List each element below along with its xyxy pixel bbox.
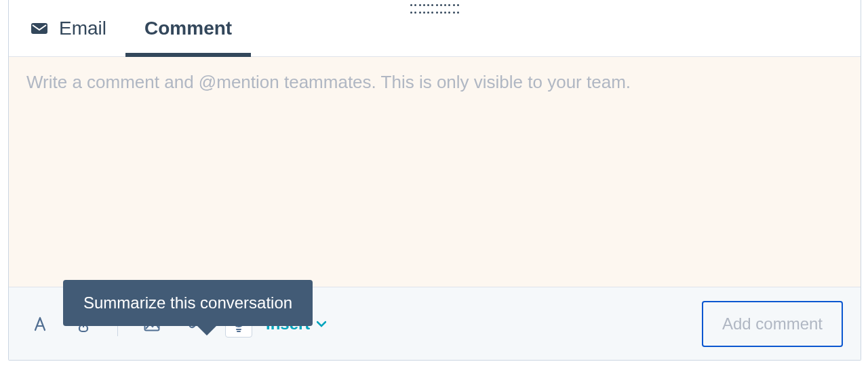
comment-input[interactable]: Write a comment and @mention teammates. …	[9, 57, 861, 287]
text-format-button[interactable]	[26, 310, 54, 338]
tab-email[interactable]: Email	[31, 0, 106, 56]
tab-comment-label: Comment	[144, 18, 232, 39]
add-comment-button[interactable]: Add comment	[702, 301, 843, 347]
comment-placeholder: Write a comment and @mention teammates. …	[26, 72, 631, 92]
svg-rect-0	[31, 23, 47, 34]
tooltip-content: Summarize this conversation	[63, 280, 313, 326]
add-comment-label: Add comment	[722, 314, 823, 333]
email-icon	[31, 22, 48, 35]
tab-comment[interactable]: Comment	[144, 0, 232, 56]
chevron-down-icon	[317, 321, 326, 327]
drag-handle[interactable]	[410, 4, 459, 14]
text-format-icon	[33, 317, 47, 331]
comment-panel: Email Comment Write a comment and @menti…	[8, 0, 861, 361]
tab-email-label: Email	[59, 18, 106, 39]
